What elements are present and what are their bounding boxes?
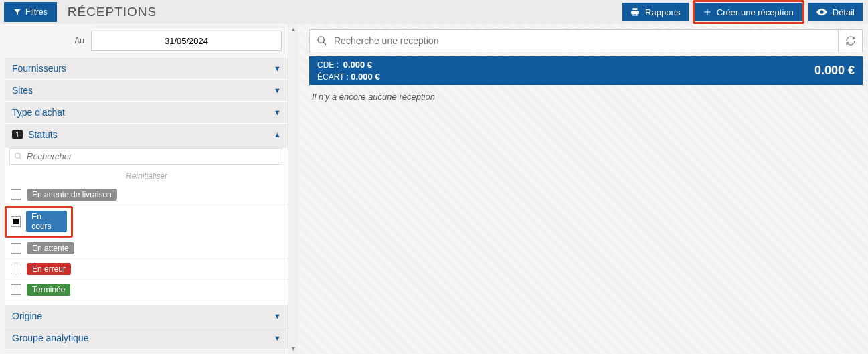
chevron-down-icon: ▼ (274, 334, 281, 342)
content-panel: CDE : 0.000 € ÉCART : 0.000 € 0.000 € Il… (300, 24, 868, 354)
filter-section-analytic-group: Groupe analytique ▼ (5, 327, 288, 349)
main-layout: Au Fournisseurs ▼ Sites ▼ (0, 24, 868, 354)
plus-icon (703, 8, 711, 16)
date-to-row: Au (5, 31, 288, 51)
chevron-up-icon: ▲ (274, 130, 281, 139)
origin-label: Origine (12, 311, 42, 321)
search-row (309, 29, 863, 52)
checkbox[interactable] (11, 264, 21, 274)
detail-button[interactable]: Détail (808, 3, 863, 21)
top-bar: Filtres RÉCEPTIONS Rapports Créer une ré… (0, 0, 868, 24)
filter-section-origin: Origine ▼ (5, 305, 288, 327)
refresh-button[interactable] (839, 29, 863, 52)
filter-header-purchase-type[interactable]: Type d'achat ▼ (5, 102, 288, 123)
filters-panel: Au Fournisseurs ▼ Sites ▼ (0, 24, 300, 354)
filter-header-suppliers[interactable]: Fournisseurs ▼ (5, 58, 288, 79)
status-row-done[interactable]: Terminée (5, 280, 288, 300)
filter-section-suppliers: Fournisseurs ▼ (5, 58, 288, 80)
ecart-value: 0.000 € (351, 72, 379, 82)
status-row-error[interactable]: En erreur (5, 259, 288, 280)
status-tag: En attente (27, 242, 74, 254)
create-reception-button[interactable]: Créer une réception (695, 3, 802, 21)
status-tag: En attente de livraison (27, 189, 117, 201)
statuses-search-input[interactable] (27, 151, 278, 161)
refresh-icon (845, 35, 856, 46)
printer-icon (630, 7, 640, 17)
status-tag: En cours (26, 211, 67, 232)
filter-section-purchase-type: Type d'achat ▼ (5, 102, 288, 124)
date-to-input[interactable] (92, 31, 281, 50)
scroll-up-icon[interactable]: ▲ (288, 24, 298, 35)
summary-left: CDE : 0.000 € ÉCART : 0.000 € (317, 59, 380, 82)
chevron-down-icon: ▼ (274, 108, 281, 116)
filters-button[interactable]: Filtres (4, 2, 57, 22)
search-icon (14, 152, 23, 161)
checkbox[interactable] (11, 216, 21, 227)
date-to-label: Au (5, 36, 91, 46)
cde-value: 0.000 € (343, 60, 372, 70)
date-to-input-wrap[interactable] (91, 31, 282, 51)
page-title: RÉCEPTIONS (68, 5, 157, 19)
checkbox[interactable] (11, 189, 21, 200)
reports-button[interactable]: Rapports (622, 3, 689, 21)
svg-line-3 (323, 42, 326, 45)
status-row-in-progress[interactable]: En cours (5, 207, 72, 237)
cde-label: CDE : (317, 60, 339, 70)
empty-message: Il n'y a encore aucune réception (309, 85, 863, 108)
statuses-body: Réinitialiser En attente de livraison En… (5, 148, 288, 304)
chevron-down-icon: ▼ (274, 86, 281, 94)
status-tag: Terminée (27, 284, 70, 296)
filter-header-analytic-group[interactable]: Groupe analytique ▼ (5, 327, 288, 349)
filter-section-statuses: 1 Statuts ▲ Réinitialiser (5, 124, 288, 305)
svg-point-0 (15, 153, 21, 159)
left-scrollbar[interactable]: ▲ ▼ (288, 24, 298, 354)
reception-search[interactable] (309, 29, 839, 52)
filter-section-sites: Sites ▼ (5, 80, 288, 102)
create-label: Créer une réception (717, 7, 794, 17)
create-button-highlight: Créer une réception (693, 0, 804, 24)
checkbox[interactable] (11, 284, 21, 295)
filter-header-sites[interactable]: Sites ▼ (5, 80, 288, 101)
purchase-type-label: Type d'achat (12, 107, 65, 118)
status-row-pending[interactable]: En attente (5, 238, 288, 259)
analytic-group-label: Groupe analytique (12, 333, 88, 343)
eye-icon (816, 8, 827, 16)
filters-label: Filtres (25, 7, 48, 17)
status-row-awaiting-delivery[interactable]: En attente de livraison (5, 185, 288, 205)
statuses-search[interactable] (9, 148, 282, 165)
statuses-count-badge: 1 (12, 130, 23, 139)
search-icon (317, 35, 327, 46)
status-tag: En erreur (27, 263, 71, 275)
checkbox[interactable] (11, 243, 21, 254)
detail-label: Détail (833, 7, 855, 17)
chevron-down-icon: ▼ (274, 64, 281, 72)
summary-total: 0.000 € (814, 64, 855, 78)
sites-label: Sites (12, 85, 33, 96)
funnel-icon (13, 8, 21, 16)
statuses-label: Statuts (28, 129, 58, 140)
suppliers-label: Fournisseurs (12, 63, 66, 74)
svg-line-1 (19, 157, 21, 159)
filter-header-origin[interactable]: Origine ▼ (5, 305, 288, 327)
reports-label: Rapports (645, 7, 681, 17)
ecart-label: ÉCART : (317, 72, 349, 82)
chevron-down-icon: ▼ (274, 312, 281, 320)
summary-bar: CDE : 0.000 € ÉCART : 0.000 € 0.000 € (309, 56, 863, 85)
svg-point-2 (318, 37, 324, 43)
filter-header-statuses[interactable]: 1 Statuts ▲ (5, 124, 288, 145)
scroll-down-icon[interactable]: ▼ (288, 343, 298, 354)
statuses-reset[interactable]: Réinitialiser (5, 167, 288, 185)
reception-search-input[interactable] (334, 35, 831, 46)
